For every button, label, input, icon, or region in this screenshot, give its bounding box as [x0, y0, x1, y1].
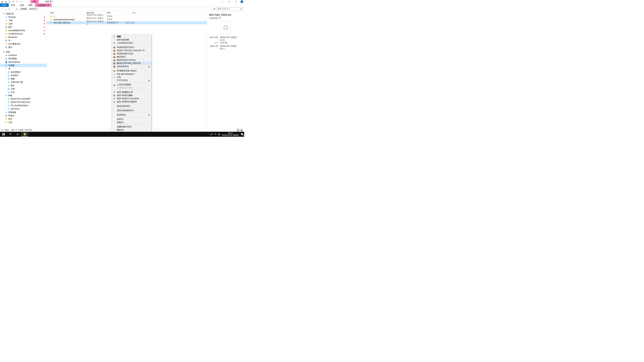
ime-indicator[interactable]: 中 — [214, 133, 216, 136]
tree-network-item[interactable]: 🖥DESKTOP-LSSOEDP — [0, 97, 46, 100]
tree-quick-item[interactable]: 📁excel表格制作求和📌 — [0, 29, 46, 32]
tree-item[interactable]: ☁OneDrive — [0, 54, 46, 57]
breadcrumb-root[interactable]: 此电脑 — [20, 7, 26, 10]
tree-quick-item[interactable]: 🖼图片📌 — [0, 25, 46, 29]
action-center-icon[interactable]: 💬 — [241, 133, 243, 135]
nav-recent-dropdown[interactable]: ▾ — [8, 8, 11, 10]
ribbon-tab-file[interactable]: 文件 — [0, 3, 9, 7]
view-details-button[interactable]: ☰ — [236, 129, 240, 132]
tree-network[interactable]: 🖧网络 — [0, 94, 46, 97]
menu-item[interactable]: ●使用 360进行木马云查杀 — [112, 97, 152, 100]
tree-library-item[interactable]: ▦图片 — [0, 84, 46, 87]
menu-item[interactable]: ↗共享 — [112, 76, 152, 79]
tree-item[interactable]: 📁文件 — [0, 121, 46, 124]
start-button[interactable] — [0, 132, 7, 137]
tree-item[interactable]: 🖥此电脑 — [0, 64, 46, 67]
tree-item[interactable]: 📁软件 — [0, 117, 46, 121]
menu-item[interactable]: 🗒上传到有道云笔记 — [112, 41, 152, 44]
menu-item[interactable]: 📝Edit with Notepad++ — [112, 72, 152, 76]
search-input[interactable]: 搜索"文档 (E:)" 🔍 — [216, 7, 243, 11]
tree-network-item[interactable]: 🖥DESKTOP-NJEU3CG — [0, 100, 46, 104]
tree-item[interactable]: ⚙控制面板 — [0, 111, 46, 114]
menu-item[interactable]: 📦其他压缩命令▶ — [112, 65, 152, 68]
menu-item[interactable]: 📦添加到压缩文件(A)... — [112, 46, 152, 49]
tray-overflow-icon[interactable]: ˄ — [208, 133, 209, 135]
volume-icon[interactable]: 🔊 — [210, 133, 213, 135]
menu-item[interactable]: 📦用360压缩打开(Q) — [112, 52, 152, 55]
tree-quick-item[interactable]: 📁文档📌 — [0, 22, 46, 25]
ribbon-tab-view[interactable]: 查看 — [26, 3, 35, 7]
nav-back-button[interactable]: ← — [1, 8, 4, 10]
address-dropdown-icon[interactable]: ⌵ — [212, 8, 213, 10]
tree-library-item[interactable]: ▦本机照片 — [0, 74, 46, 77]
tree-item[interactable]: ◐WPS网盘 — [0, 57, 46, 60]
refresh-icon[interactable]: ⟳ — [214, 8, 215, 10]
tree-quick-item[interactable]: 📁Bandicam — [0, 35, 46, 39]
system-tray[interactable]: ˄ 🔊 中 ▤ 16:32 2020/12/25, 星期五 💬 — [208, 132, 244, 136]
column-type[interactable]: 类型 — [107, 11, 124, 14]
tree-quick-item[interactable]: 📁YUNQISHI2019📌 — [0, 32, 46, 35]
nav-forward-button[interactable]: → — [4, 8, 8, 10]
delete-icon[interactable]: ✕ — [12, 0, 14, 3]
tree-quick-item[interactable]: ⛃G:\ — [0, 39, 46, 42]
menu-item[interactable]: ●使用 360管理右键菜单 — [112, 100, 152, 103]
tree-desktop-root[interactable]: 🖥桌面 — [0, 50, 46, 54]
tree-library-item[interactable]: ▦视频 — [0, 77, 46, 80]
menu-item[interactable]: 🐝用 蜂蜜浏览器 浏览(3) — [112, 69, 152, 72]
menu-item[interactable]: 💿装载 — [112, 35, 152, 38]
menu-item[interactable]: 📦添加到 "Win7x64_2020.zip" (T) — [112, 49, 152, 52]
menu-item[interactable]: 🛡使用 360解除占用 — [112, 91, 152, 94]
tree-quick-item[interactable]: 🖥Desktop📌 — [0, 15, 46, 19]
close-button[interactable]: ✕ — [233, 0, 240, 3]
tree-library-item[interactable]: ▦文档 — [0, 87, 46, 90]
column-name[interactable]: 名称 — [50, 11, 86, 14]
menu-item[interactable]: 还原以前的版本(V) — [112, 109, 152, 112]
address-box[interactable]: 🖥 › 此电脑 › 文档 (E:) › ⌵ ⟳ — [14, 7, 215, 10]
menu-item[interactable]: 创建快捷方式(S) — [112, 125, 152, 128]
menu-item[interactable]: 刻录光盘映像 — [112, 38, 152, 41]
tree-network-item[interactable]: 🖥PC-20190530OBLA — [0, 104, 46, 107]
ribbon-tab-share[interactable]: 共享 — [18, 3, 26, 7]
breadcrumb-loc[interactable]: 文档 (E:) — [29, 7, 37, 10]
search-button[interactable]: 🔍 — [7, 132, 14, 137]
tree-library-item[interactable]: ▦保存的图片 — [0, 70, 46, 74]
tree-item[interactable]: 🗑回收站 — [0, 114, 46, 117]
view-large-button[interactable]: ▦ — [240, 129, 243, 132]
ribbon-tab-home[interactable]: 主页 — [9, 3, 18, 7]
minimize-button[interactable]: — — [219, 0, 226, 3]
file-row[interactable]: 📁 BaiduNetdiskDownload 2020/12/25, 星期五 1… — [46, 18, 207, 21]
menu-item[interactable]: ☁上传到百度网盘 — [112, 83, 152, 86]
menu-item[interactable]: 🗑使用 360强力删除 — [112, 94, 152, 97]
tree-library-item[interactable]: ▦天翼云盘下载 — [0, 80, 46, 84]
navigation-tree[interactable]: ★快速访问 🖥Desktop📌⬇下载📌📁文档📌🖼图片📌📁excel表格制作求和📌… — [0, 11, 46, 128]
menu-item[interactable]: 发送到(N)▶ — [112, 113, 152, 116]
taskbar-clock[interactable]: 16:32 2020/12/25, 星期五 — [222, 132, 239, 136]
tree-item[interactable]: 👤Administrator — [0, 60, 46, 64]
file-row[interactable]: 💿 Win7x64_2020.iso 2020/12/25, 星期五 1... … — [46, 21, 207, 24]
file-row[interactable]: 📁 1 2020/12/15, 星期二 1... 文件夹 — [46, 15, 207, 18]
ribbon-tab-disc-tools[interactable]: 光盘映像工具 — [35, 3, 52, 7]
network-icon[interactable]: ▤ — [218, 133, 220, 135]
qat-dropdown-icon[interactable]: ▾ — [20, 0, 22, 3]
menu-item[interactable]: 📦解压到当前文件夹(X) — [112, 58, 152, 62]
menu-item[interactable]: 通过QQ发送到 — [112, 105, 152, 108]
explorer-taskbar-button[interactable]: ▇ — [21, 132, 28, 137]
checkbox-icon[interactable]: ☑ — [8, 0, 11, 3]
maximize-button[interactable]: ☐ — [226, 0, 233, 3]
tree-item[interactable]: ▸库 — [0, 67, 46, 70]
taskbar[interactable]: 🔍 ⊞ ▇ ˄ 🔊 中 ▤ 16:32 2020/12/25, 星期五 💬 — [0, 132, 244, 137]
tree-quick-item[interactable]: ⬇下载📌 — [0, 19, 46, 22]
column-size[interactable]: 大小 — [124, 11, 136, 14]
context-menu[interactable]: 💿装载刻录光盘映像🗒上传到有道云笔记📦添加到压缩文件(A)...📦添加到 "Wi… — [112, 34, 152, 137]
column-headers[interactable]: 名称 修改日期 类型 大小 — [46, 11, 207, 15]
tree-quick-access[interactable]: ★快速访问 — [0, 12, 46, 15]
nav-up-button[interactable]: ↑ — [11, 8, 14, 10]
undo-icon[interactable]: ↶ — [16, 0, 18, 3]
menu-item[interactable]: 删除(D) — [112, 128, 152, 132]
tree-quick-item[interactable]: 📁win7重装win7 — [0, 42, 46, 45]
menu-item[interactable]: 剪切(T) — [112, 118, 152, 121]
menu-item[interactable]: 📦解压到(F)... — [112, 55, 152, 58]
tree-library-item[interactable]: ▦音乐 — [0, 90, 46, 94]
help-button[interactable]: ? — [240, 0, 243, 3]
save-icon[interactable]: ▮ — [5, 0, 7, 3]
